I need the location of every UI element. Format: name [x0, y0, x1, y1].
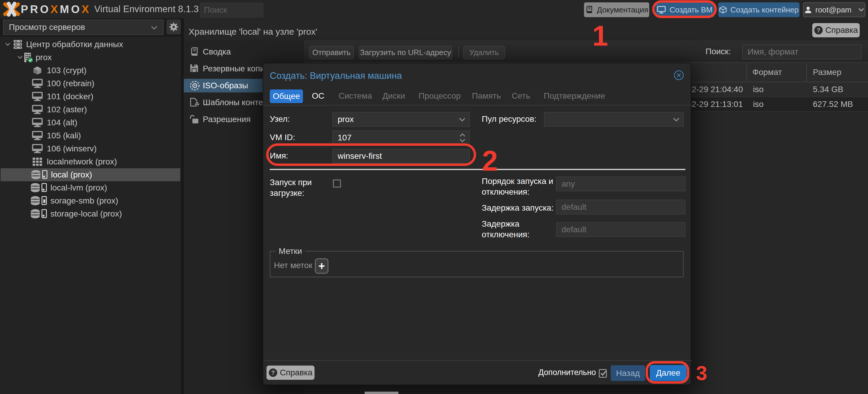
- svg-text:?: ?: [817, 27, 820, 33]
- svg-text:?: ?: [271, 369, 275, 376]
